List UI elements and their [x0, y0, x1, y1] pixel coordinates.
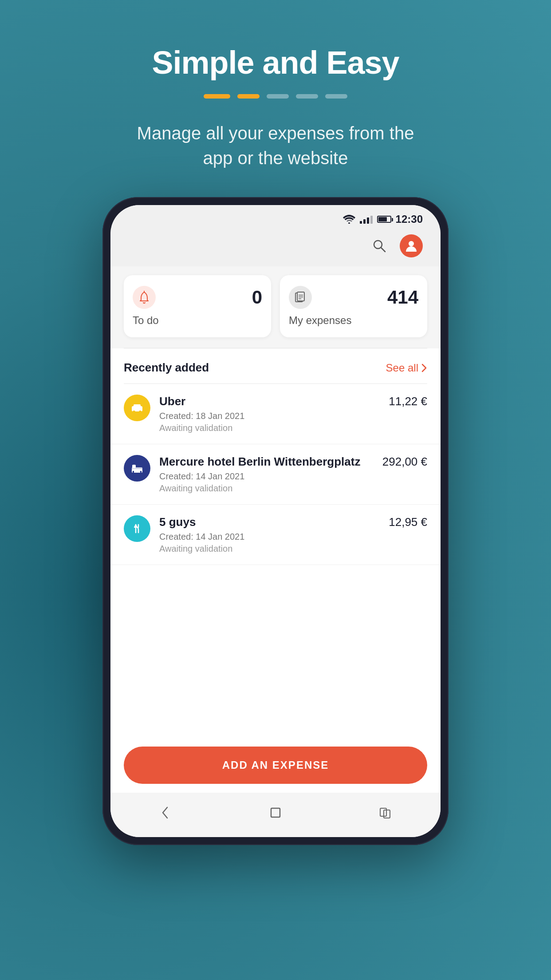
page-subtitle: Manage all your expenses from the app or…	[125, 121, 426, 170]
expenses-count: 414	[387, 287, 418, 308]
battery-icon	[377, 216, 391, 223]
phone-screen: 12:30	[110, 205, 441, 837]
user-icon	[405, 239, 418, 253]
uber-status: Awaiting validation	[159, 423, 380, 433]
uber-date: Created: 18 Jan 2021	[159, 411, 380, 421]
hotel-status: Awaiting validation	[159, 483, 374, 494]
nav-bar	[110, 793, 441, 837]
expense-item-uber[interactable]: Uber Created: 18 Jan 2021 Awaiting valid…	[110, 384, 441, 444]
dot-3[interactable]	[267, 94, 289, 99]
pagination-dots	[204, 94, 347, 99]
hotel-amount: 292,00 €	[382, 455, 427, 469]
stats-row: 0 To do	[110, 266, 441, 348]
documents-icon	[294, 291, 307, 304]
status-icons: 12:30	[343, 213, 423, 225]
home-button[interactable]	[264, 802, 287, 824]
uber-icon	[124, 395, 150, 421]
dot-4[interactable]	[296, 94, 318, 99]
signal-icon	[360, 215, 373, 224]
hotel-name: Mercure hotel Berlin Wittenbergplatz	[159, 455, 374, 469]
recents-button[interactable]	[374, 802, 397, 824]
section-header: Recently added See all	[110, 348, 441, 383]
back-icon	[157, 805, 173, 821]
bottom-section: ADD AN EXPENSE	[110, 738, 441, 793]
food-info: 5 guys Created: 14 Jan 2021 Awaiting val…	[159, 515, 380, 554]
svg-rect-18	[140, 471, 142, 474]
svg-point-12	[133, 411, 135, 413]
dot-5[interactable]	[325, 94, 347, 99]
see-all-button[interactable]: See all	[386, 362, 427, 374]
expense-item-food[interactable]: 5 guys Created: 14 Jan 2021 Awaiting val…	[110, 505, 441, 565]
food-status: Awaiting validation	[159, 544, 380, 554]
expenses-label: My expenses	[289, 314, 418, 327]
svg-rect-6	[297, 292, 304, 301]
svg-rect-25	[271, 808, 280, 817]
search-button[interactable]	[370, 236, 389, 256]
food-amount: 12,95 €	[389, 515, 427, 529]
back-button[interactable]	[154, 802, 177, 824]
svg-rect-11	[134, 404, 141, 408]
expenses-icon-circle	[289, 286, 312, 309]
svg-point-13	[139, 411, 142, 413]
wifi-icon	[343, 215, 355, 224]
page-headline: Simple and Easy	[152, 44, 399, 81]
search-icon	[372, 239, 386, 253]
add-expense-button[interactable]: ADD AN EXPENSE	[124, 747, 427, 784]
page-wrapper: Simple and Easy Manage all your expenses…	[0, 0, 551, 845]
food-icon	[124, 515, 150, 542]
dot-1[interactable]	[204, 94, 230, 99]
chevron-right-icon	[421, 364, 427, 372]
uber-name: Uber	[159, 395, 380, 408]
recents-icon	[378, 805, 394, 821]
svg-rect-16	[132, 465, 136, 468]
uber-amount: 11,22 €	[389, 395, 427, 408]
todo-card-top: 0	[133, 286, 262, 309]
todo-card[interactable]: 0 To do	[124, 275, 271, 337]
expenses-card[interactable]: 414 My expenses	[280, 275, 427, 337]
uber-info: Uber Created: 18 Jan 2021 Awaiting valid…	[159, 395, 380, 433]
expense-item-hotel[interactable]: Mercure hotel Berlin Wittenbergplatz Cre…	[110, 444, 441, 505]
fork-knife-icon	[130, 522, 144, 536]
svg-point-3	[409, 241, 414, 246]
hotel-icon	[124, 455, 150, 482]
food-date: Created: 14 Jan 2021	[159, 532, 380, 542]
svg-point-0	[348, 222, 350, 224]
avatar-button[interactable]	[400, 234, 423, 257]
car-icon	[130, 401, 144, 415]
svg-line-2	[381, 248, 385, 252]
alert-icon-circle	[133, 286, 156, 309]
recently-section: Recently added See all	[110, 348, 441, 738]
svg-rect-17	[133, 471, 134, 474]
app-header	[110, 230, 441, 266]
hotel-info: Mercure hotel Berlin Wittenbergplatz Cre…	[159, 455, 374, 494]
status-time: 12:30	[396, 213, 423, 225]
expenses-card-top: 414	[289, 286, 418, 309]
bell-icon	[138, 291, 151, 304]
section-title: Recently added	[124, 361, 209, 375]
status-bar: 12:30	[110, 205, 441, 230]
bed-icon	[130, 461, 144, 475]
svg-point-19	[131, 522, 143, 535]
todo-count: 0	[252, 287, 262, 308]
phone-mockup: 12:30	[102, 197, 449, 845]
hotel-date: Created: 14 Jan 2021	[159, 471, 374, 482]
square-icon	[268, 805, 283, 821]
food-name: 5 guys	[159, 515, 380, 529]
dot-2[interactable]	[237, 94, 260, 99]
todo-label: To do	[133, 314, 262, 327]
